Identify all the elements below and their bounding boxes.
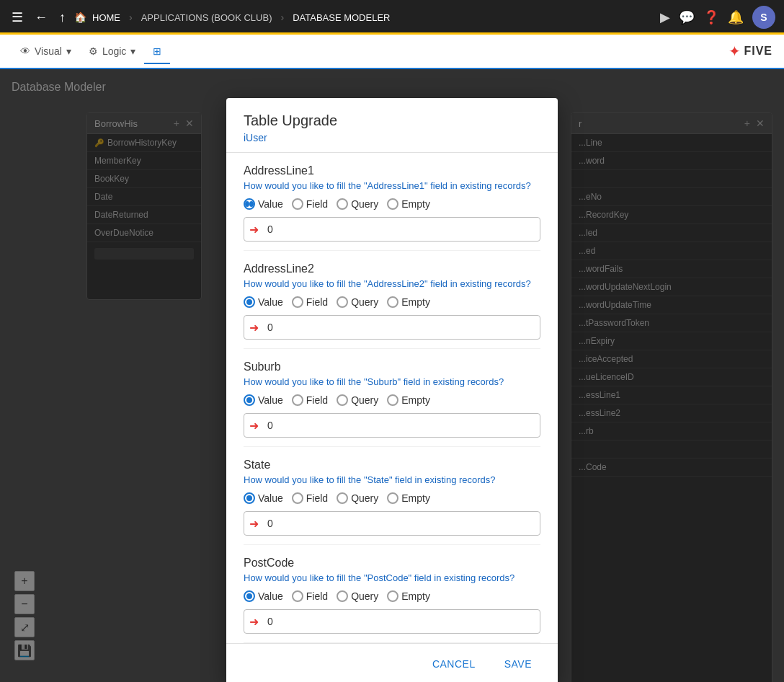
save-button[interactable]: SAVE <box>496 652 540 676</box>
nav-applications[interactable]: APPLICATIONS (BOOK CLUB) <box>141 12 272 23</box>
modal-title: Table Upgrade <box>244 112 540 129</box>
radio-btn-value-suburb[interactable] <box>244 394 255 406</box>
radio-empty-suburb[interactable]: Empty <box>387 394 430 406</box>
chat-icon[interactable]: 💬 <box>679 9 695 25</box>
radio-btn-value-postcode[interactable] <box>244 590 255 602</box>
radio-query-suburb[interactable]: Query <box>337 394 378 406</box>
radio-label-empty: Empty <box>401 198 430 210</box>
play-icon[interactable]: ▶ <box>660 9 670 25</box>
radio-label-query: Query <box>351 296 378 308</box>
radio-btn-field-addressline2[interactable] <box>292 296 303 308</box>
radio-btn-field-suburb[interactable] <box>292 394 303 406</box>
radio-btn-value-addressline1[interactable] <box>244 198 255 210</box>
field-postcode: PostCode How would you like to fill the … <box>244 545 540 643</box>
radio-field-addressline2[interactable]: Field <box>292 296 328 308</box>
radio-btn-field-addressline1[interactable] <box>292 198 303 210</box>
back-icon[interactable]: ← <box>32 7 50 28</box>
breadcrumb-sep1: › <box>129 12 133 23</box>
value-input-wrapper-postcode: ➜ <box>244 609 540 634</box>
value-input-wrapper-suburb: ➜ <box>244 413 540 438</box>
radio-query-state[interactable]: Query <box>337 492 378 504</box>
radio-btn-empty-addressline2[interactable] <box>387 296 398 308</box>
radio-value-postcode[interactable]: Value <box>244 590 283 602</box>
logic-chevron: ▾ <box>130 45 135 57</box>
radio-query-addressline2[interactable]: Query <box>337 296 378 308</box>
radio-query-addressline1[interactable]: Query <box>337 198 378 210</box>
radio-btn-value-addressline2[interactable] <box>244 296 255 308</box>
nav-database-modeler[interactable]: DATABASE MODELER <box>293 12 390 23</box>
modal-user-label: iUser <box>244 132 540 143</box>
radio-field-state[interactable]: Field <box>292 492 328 504</box>
radio-empty-postcode[interactable]: Empty <box>387 590 430 602</box>
radio-empty-addressline2[interactable]: Empty <box>387 296 430 308</box>
field-name-suburb: Suburb <box>244 360 540 373</box>
field-question-state: How would you like to fill the "State" f… <box>244 474 540 485</box>
table-btn[interactable]: ⊞ <box>144 40 170 64</box>
table-icon: ⊞ <box>153 45 161 57</box>
value-input-addressline1[interactable] <box>244 217 540 242</box>
radio-value-addressline2[interactable]: Value <box>244 296 283 308</box>
value-input-state[interactable] <box>244 511 540 536</box>
up-icon[interactable]: ↑ <box>56 7 68 28</box>
radio-btn-field-postcode[interactable] <box>292 590 303 602</box>
radio-btn-empty-addressline1[interactable] <box>387 198 398 210</box>
radio-btn-empty-suburb[interactable] <box>387 394 398 406</box>
radio-btn-empty-state[interactable] <box>387 492 398 504</box>
modal-header: Table Upgrade iUser <box>226 98 558 153</box>
radio-label-empty: Empty <box>401 296 430 308</box>
radio-btn-query-state[interactable] <box>337 492 348 504</box>
bell-icon[interactable]: 🔔 <box>728 9 744 25</box>
radio-btn-query-addressline1[interactable] <box>337 198 348 210</box>
radio-btn-query-addressline2[interactable] <box>337 296 348 308</box>
value-input-wrapper-addressline2: ➜ <box>244 315 540 340</box>
radio-label-field: Field <box>306 296 328 308</box>
arrow-icon-suburb: ➜ <box>249 419 259 433</box>
radio-btn-field-state[interactable] <box>292 492 303 504</box>
breadcrumb-sep2: › <box>280 12 284 23</box>
radio-field-suburb[interactable]: Field <box>292 394 328 406</box>
logic-icon: ⚙ <box>89 45 98 57</box>
radio-query-postcode[interactable]: Query <box>337 590 378 602</box>
secondary-toolbar: 👁 Visual ▾ ⚙ Logic ▾ ⊞ ✦ FIVE <box>0 35 784 69</box>
radio-label-value: Value <box>258 198 283 210</box>
radio-label-query: Query <box>351 198 378 210</box>
hamburger-icon[interactable]: ☰ <box>9 6 26 28</box>
visual-label: Visual <box>35 45 62 57</box>
radio-btn-query-suburb[interactable] <box>337 394 348 406</box>
logo-text: FIVE <box>744 45 772 58</box>
value-input-wrapper-state: ➜ <box>244 511 540 536</box>
field-question-suburb: How would you like to fill the "Suburb" … <box>244 376 540 387</box>
nav-home[interactable]: HOME <box>92 12 120 23</box>
cancel-button[interactable]: CANCEL <box>424 652 484 676</box>
eye-icon: 👁 <box>20 45 30 57</box>
value-input-postcode[interactable] <box>244 609 540 634</box>
radio-value-suburb[interactable]: Value <box>244 394 283 406</box>
table-upgrade-modal: Table Upgrade iUser AddressLine1 How wou… <box>226 98 558 682</box>
radio-btn-query-postcode[interactable] <box>337 590 348 602</box>
radio-empty-addressline1[interactable]: Empty <box>387 198 430 210</box>
radio-value-addressline1[interactable]: Value <box>244 198 283 210</box>
field-question-postcode: How would you like to fill the "PostCode… <box>244 572 540 583</box>
radio-label-field: Field <box>306 492 328 504</box>
radio-field-postcode[interactable]: Field <box>292 590 328 602</box>
radio-btn-empty-postcode[interactable] <box>387 590 398 602</box>
modal-body: AddressLine1 How would you like to fill … <box>226 153 558 643</box>
radio-label-field: Field <box>306 590 328 602</box>
logic-label: Logic <box>102 45 126 57</box>
radio-group-state: Value Field Query Empty <box>244 492 540 504</box>
field-addressline1: AddressLine1 How would you like to fill … <box>244 153 540 251</box>
field-state: State How would you like to fill the "St… <box>244 447 540 545</box>
help-icon[interactable]: ❓ <box>703 9 719 25</box>
logic-btn[interactable]: ⚙ Logic ▾ <box>80 40 144 63</box>
visual-btn[interactable]: 👁 Visual ▾ <box>12 40 80 63</box>
value-input-suburb[interactable] <box>244 413 540 438</box>
radio-btn-value-state[interactable] <box>244 492 255 504</box>
radio-field-addressline1[interactable]: Field <box>292 198 328 210</box>
field-name-addressline1: AddressLine1 <box>244 164 540 177</box>
radio-value-state[interactable]: Value <box>244 492 283 504</box>
value-input-addressline2[interactable] <box>244 315 540 340</box>
radio-label-value: Value <box>258 394 283 406</box>
user-avatar[interactable]: S <box>752 6 775 29</box>
radio-empty-state[interactable]: Empty <box>387 492 430 504</box>
radio-label-empty: Empty <box>401 492 430 504</box>
